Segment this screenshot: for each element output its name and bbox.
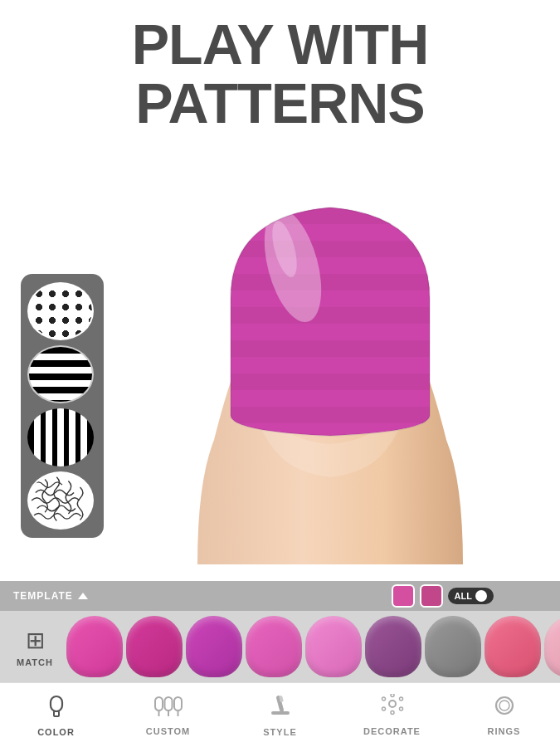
template-label: TEMPLATE bbox=[13, 590, 73, 602]
svg-rect-6 bbox=[222, 407, 446, 423]
pattern-vstripes[interactable] bbox=[27, 408, 94, 466]
svg-point-26 bbox=[382, 707, 385, 710]
nav-label-style: STYLE bbox=[263, 727, 296, 737]
nav-label-custom: CUSTOM bbox=[146, 726, 190, 736]
svg-point-29 bbox=[499, 701, 509, 710]
match-icon: ⊞ bbox=[26, 627, 45, 654]
svg-rect-11 bbox=[54, 711, 59, 716]
pattern-dots[interactable] bbox=[27, 282, 94, 340]
bottom-nav: COLOR CUSTOM STYLE bbox=[0, 682, 560, 747]
nav-item-rings[interactable]: RINGS bbox=[463, 694, 546, 736]
decorate-nav-icon bbox=[379, 694, 406, 723]
svg-rect-14 bbox=[174, 697, 182, 710]
svg-point-23 bbox=[391, 711, 394, 715]
toggle-area: ALL bbox=[392, 584, 494, 608]
pattern-scribble[interactable] bbox=[27, 471, 94, 530]
svg-point-28 bbox=[496, 697, 513, 714]
rings-nav-icon bbox=[493, 694, 516, 723]
color-swatch-2[interactable] bbox=[186, 616, 242, 677]
toggle-swatch-2[interactable] bbox=[420, 584, 443, 608]
nav-item-style[interactable]: STYLE bbox=[239, 693, 322, 737]
color-swatch-3[interactable] bbox=[246, 616, 302, 677]
color-swatch-4[interactable] bbox=[305, 616, 362, 677]
svg-point-24 bbox=[382, 697, 385, 701]
pattern-hstripes[interactable] bbox=[27, 345, 94, 403]
color-swatch-1[interactable] bbox=[126, 616, 183, 677]
svg-rect-5 bbox=[222, 374, 446, 390]
color-swatch-6[interactable] bbox=[425, 616, 481, 677]
svg-rect-0 bbox=[222, 208, 446, 224]
svg-rect-2 bbox=[222, 274, 446, 290]
svg-point-27 bbox=[399, 707, 402, 710]
color-swatch-0[interactable] bbox=[66, 616, 123, 677]
color-nav-icon bbox=[45, 693, 68, 724]
all-toggle[interactable]: ALL bbox=[448, 588, 494, 604]
heading-line1: PLAY WITH PATTERNS bbox=[0, 15, 560, 134]
style-nav-icon bbox=[269, 693, 292, 724]
nail-svg bbox=[148, 166, 513, 564]
heading-block: PLAY WITH PATTERNS bbox=[0, 15, 560, 134]
toggle-dot bbox=[475, 590, 487, 602]
nav-item-color[interactable]: COLOR bbox=[15, 693, 98, 737]
svg-rect-3 bbox=[222, 307, 446, 324]
svg-rect-18 bbox=[271, 711, 290, 715]
nav-label-decorate: DECORATE bbox=[363, 726, 421, 736]
svg-point-25 bbox=[399, 697, 402, 701]
template-arrow-icon bbox=[78, 593, 88, 599]
match-button[interactable]: ⊞ MATCH bbox=[7, 627, 63, 667]
svg-point-21 bbox=[389, 701, 396, 707]
svg-rect-10 bbox=[51, 696, 62, 711]
color-swatch-8[interactable] bbox=[544, 616, 560, 677]
toggle-swatch-1[interactable] bbox=[392, 584, 415, 608]
nav-item-custom[interactable]: CUSTOM bbox=[127, 694, 210, 736]
color-carousel: ⊞ MATCH bbox=[0, 611, 560, 682]
nav-label-rings: RINGS bbox=[488, 726, 521, 736]
nav-item-decorate[interactable]: DECORATE bbox=[351, 694, 434, 736]
finger-illustration bbox=[100, 149, 560, 581]
match-label: MATCH bbox=[17, 657, 53, 667]
svg-rect-4 bbox=[222, 340, 446, 357]
nav-label-color: COLOR bbox=[37, 727, 75, 737]
hero-area: PLAY WITH PATTERNS bbox=[0, 0, 560, 581]
all-label: ALL bbox=[455, 591, 472, 601]
template-bar[interactable]: TEMPLATE ALL bbox=[0, 581, 560, 611]
color-swatch-5[interactable] bbox=[365, 616, 421, 677]
svg-rect-12 bbox=[155, 697, 163, 710]
svg-rect-13 bbox=[164, 697, 172, 710]
pattern-panel bbox=[21, 274, 104, 538]
custom-nav-icon bbox=[154, 694, 183, 723]
svg-point-22 bbox=[391, 694, 394, 697]
color-swatch-7[interactable] bbox=[485, 616, 541, 677]
